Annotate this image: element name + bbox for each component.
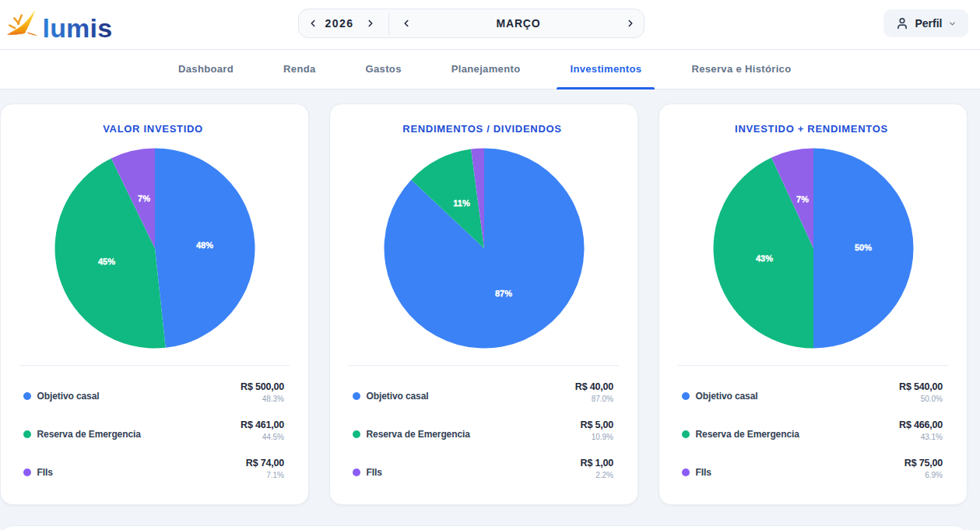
svg-text:lumis: lumis	[43, 13, 113, 41]
